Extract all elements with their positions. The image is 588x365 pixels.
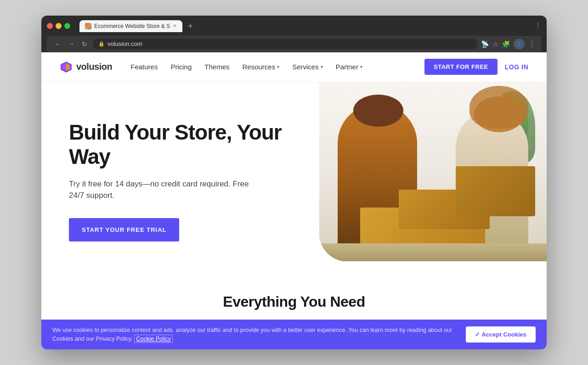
start-for-free-button[interactable]: START FOR FREE <box>424 59 498 75</box>
address-bar[interactable]: 🔒 volusion.com <box>93 39 477 49</box>
back-button[interactable]: ← <box>52 39 62 49</box>
tab-close-button[interactable]: ✕ <box>173 23 177 29</box>
cast-icon: 📡 <box>481 40 489 48</box>
hero-section: Build Your Store, Your Way Try it free f… <box>41 82 547 280</box>
browser-menu-icon[interactable]: ⋮ <box>535 21 541 28</box>
incognito-button[interactable]: 👤 <box>514 39 525 50</box>
accept-cookies-button[interactable]: ✓ Accept Cookies <box>466 326 536 343</box>
cookie-text: We use cookies to personalize content an… <box>52 326 458 343</box>
section-teaser: Everything You Need <box>41 280 547 320</box>
nav-pricing[interactable]: Pricing <box>170 63 192 71</box>
maximize-window-button[interactable] <box>64 23 70 29</box>
nav-services[interactable]: Services ▾ <box>292 63 323 71</box>
nav-resources[interactable]: Resources ▾ <box>242 63 279 71</box>
close-window-button[interactable] <box>47 23 53 29</box>
cookie-banner: We use cookies to personalize content an… <box>41 320 547 350</box>
tab-title: Ecommerce Website Store & S <box>94 23 170 29</box>
minimize-window-button[interactable] <box>56 23 62 29</box>
url-text: volusion.com <box>107 40 142 47</box>
browser-controls: Ecommerce Website Store & S ✕ + ⋮ <box>47 20 541 32</box>
site-nav: volusion Features Pricing Themes Resourc… <box>41 52 547 82</box>
browser-chrome: Ecommerce Website Store & S ✕ + ⋮ ← → ↻ … <box>41 16 547 52</box>
browser-window: Ecommerce Website Store & S ✕ + ⋮ ← → ↻ … <box>41 16 547 350</box>
cookie-policy-link[interactable]: Cookie Policy <box>134 335 173 343</box>
address-bar-row: ← → ↻ 🔒 volusion.com 📡 ☆ 🧩 👤 ⋮ <box>47 36 541 52</box>
hero-image <box>319 82 547 280</box>
tab-favicon <box>85 23 91 29</box>
photo-background <box>319 82 547 261</box>
volusion-logo-icon <box>60 61 73 73</box>
logo-link[interactable]: volusion <box>60 61 112 73</box>
logo-text: volusion <box>76 62 112 72</box>
start-trial-button[interactable]: START YOUR FREE TRIAL <box>69 218 179 241</box>
nav-themes[interactable]: Themes <box>204 63 229 71</box>
nav-links: Features Pricing Themes Resources ▾ Serv… <box>130 63 424 71</box>
lock-icon: 🔒 <box>98 41 105 47</box>
refresh-button[interactable]: ↻ <box>80 39 89 49</box>
nav-partner[interactable]: Partner ▾ <box>336 63 362 71</box>
new-tab-button[interactable]: + <box>184 22 197 31</box>
hero-photo <box>319 82 547 261</box>
website-content: volusion Features Pricing Themes Resourc… <box>41 52 547 350</box>
hero-content: Build Your Store, Your Way Try it free f… <box>41 82 319 280</box>
active-tab[interactable]: Ecommerce Website Store & S ✕ <box>79 20 182 32</box>
hero-title: Build Your Store, Your Way <box>69 120 301 169</box>
login-button[interactable]: LOG IN <box>505 63 528 71</box>
traffic-lights <box>47 23 70 29</box>
bookmark-icon[interactable]: ☆ <box>492 40 498 48</box>
services-chevron-icon: ▾ <box>321 64 323 69</box>
hero-subtitle: Try it free for 14 days—no credit card r… <box>69 178 253 202</box>
tab-bar: Ecommerce Website Store & S ✕ + <box>79 20 531 32</box>
resources-chevron-icon: ▾ <box>277 64 279 69</box>
chrome-menu-icon[interactable]: ⋮ <box>528 39 536 48</box>
extensions-icon[interactable]: 🧩 <box>502 40 510 48</box>
toolbar-icons: 📡 ☆ 🧩 👤 ⋮ <box>481 39 536 50</box>
forward-button[interactable]: → <box>66 39 76 49</box>
nav-features[interactable]: Features <box>130 63 158 71</box>
nav-actions: START FOR FREE LOG IN <box>424 59 528 75</box>
section-teaser-title: Everything You Need <box>51 293 537 310</box>
partner-chevron-icon: ▾ <box>360 64 362 69</box>
